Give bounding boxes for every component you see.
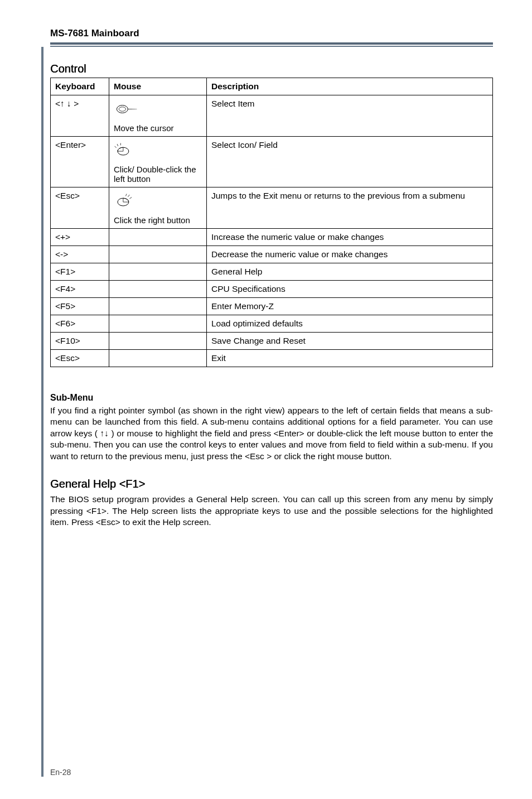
table-row: <F4> CPU Specifications — [51, 281, 493, 298]
desc-cell: General Help — [207, 263, 493, 281]
mouse-cell — [109, 263, 207, 281]
svg-point-0 — [117, 105, 128, 113]
desc-cell: Save Change and Reset — [207, 333, 493, 350]
mouse-cell: Click the right button — [109, 187, 207, 229]
kb-cell: <F10> — [51, 333, 109, 350]
page-footer: En-28 — [50, 768, 71, 777]
vertical-accent-bar — [41, 47, 43, 777]
svg-line-3 — [115, 146, 117, 148]
kb-cell: <F6> — [51, 315, 109, 333]
submenu-body: If you find a right pointer symbol (as s… — [50, 405, 493, 462]
col-header-mouse: Mouse — [109, 78, 207, 95]
table-row: <F5> Enter Memory-Z — [51, 298, 493, 315]
control-table: Keyboard Mouse Description <↑ ↓ > Move t… — [50, 78, 493, 367]
table-row: <+> Increase the numeric value or make c… — [51, 229, 493, 246]
svg-line-9 — [129, 198, 132, 199]
submenu-title: Sub-Menu — [50, 393, 493, 403]
mouse-click-icon — [114, 141, 139, 158]
header-rule-thin — [50, 46, 493, 47]
header-rule-thick — [50, 42, 493, 45]
table-row: <F10> Save Change and Reset — [51, 333, 493, 350]
submenu-section: Sub-Menu If you find a right pointer sym… — [50, 393, 493, 462]
general-help-title: General Help <F1> — [50, 478, 493, 490]
svg-point-1 — [119, 107, 125, 112]
kb-cell: <↑ ↓ > — [51, 95, 109, 137]
table-row: <↑ ↓ > Move the cursor Select Item — [51, 95, 493, 137]
desc-cell: Jumps to the Exit menu or returns to the… — [207, 187, 493, 229]
desc-cell: Enter Memory-Z — [207, 298, 493, 315]
mouse-cell-text: Click/ Double-click the left button — [114, 165, 202, 184]
mouse-cell-text: Move the cursor — [114, 123, 202, 133]
table-row: <Esc> Exit — [51, 350, 493, 367]
table-row: <Enter> Click/ Double-click the left but… — [51, 137, 493, 187]
mouse-cell — [109, 350, 207, 367]
table-row: <F1> General Help — [51, 263, 493, 281]
kb-cell: <Enter> — [51, 137, 109, 187]
desc-cell: Select Icon/ Field — [207, 137, 493, 187]
desc-cell: CPU Specifications — [207, 281, 493, 298]
col-header-keyboard: Keyboard — [51, 78, 109, 95]
general-help-body: The BIOS setup program provides a Genera… — [50, 494, 493, 528]
page-content: MS-7681 Mainboard Control Keyboard Mouse… — [0, 0, 532, 551]
mouse-cell-text: Click the right button — [114, 215, 202, 225]
table-row: <F6> Load optimized defaults — [51, 315, 493, 333]
kb-cell: <-> — [51, 246, 109, 263]
kb-cell: <F1> — [51, 263, 109, 281]
mouse-cell — [109, 281, 207, 298]
col-header-description: Description — [207, 78, 493, 95]
mouse-right-click-icon — [114, 192, 139, 209]
mouse-cell: Click/ Double-click the left button — [109, 137, 207, 187]
table-header-row: Keyboard Mouse Description — [51, 78, 493, 95]
kb-cell: <Esc> — [51, 350, 109, 367]
mouse-cell: Move the cursor — [109, 95, 207, 137]
desc-cell: Decrease the numeric value or make chang… — [207, 246, 493, 263]
control-section-title: Control — [50, 62, 493, 75]
desc-cell: Select Item — [207, 95, 493, 137]
kb-cell: <F5> — [51, 298, 109, 315]
svg-line-8 — [128, 195, 129, 197]
product-header: MS-7681 Mainboard — [50, 28, 493, 39]
mouse-cell — [109, 298, 207, 315]
table-row: <-> Decrease the numeric value or make c… — [51, 246, 493, 263]
mouse-cell — [109, 229, 207, 246]
desc-cell: Load optimized defaults — [207, 315, 493, 333]
kb-cell: <+> — [51, 229, 109, 246]
mouse-move-icon — [114, 100, 139, 117]
svg-line-4 — [117, 144, 118, 146]
mouse-cell — [109, 315, 207, 333]
mouse-cell — [109, 246, 207, 263]
svg-line-7 — [125, 194, 127, 196]
desc-cell: Increase the numeric value or make chang… — [207, 229, 493, 246]
table-row: <Esc> Click the right button Jumps to th… — [51, 187, 493, 229]
mouse-cell — [109, 333, 207, 350]
kb-cell: <F4> — [51, 281, 109, 298]
desc-cell: Exit — [207, 350, 493, 367]
kb-cell: <Esc> — [51, 187, 109, 229]
